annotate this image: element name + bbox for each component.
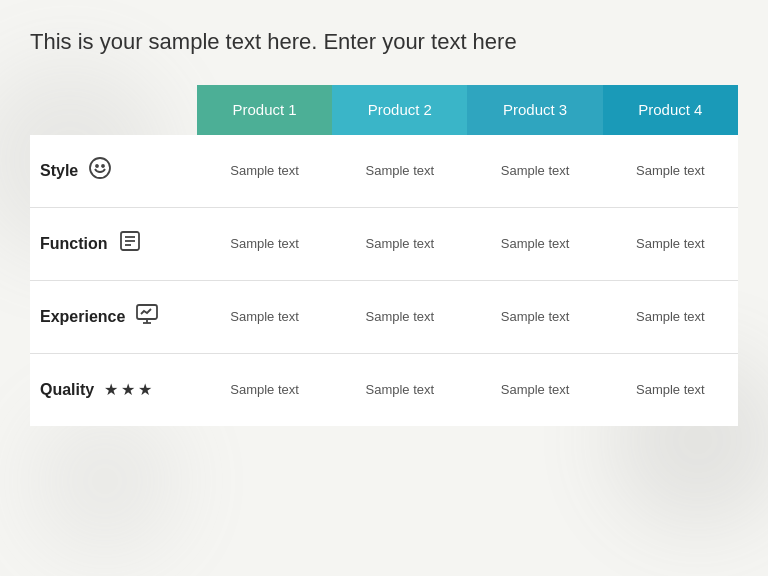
table-row-style: Style Sample text Sample text Sa [30,135,738,208]
header-product-4: Product 4 [603,85,738,135]
row-label-function: Function [30,207,197,280]
page-title: This is your sample text here. Enter you… [30,28,738,57]
table-row-function: Function Sample text Sample text [30,207,738,280]
cell-style-p4: Sample text [603,135,738,208]
header-product-2: Product 2 [332,85,467,135]
cell-function-p3: Sample text [467,207,602,280]
function-icon [118,229,142,258]
cell-style-p1: Sample text [197,135,332,208]
cell-quality-p2: Sample text [332,353,467,426]
svg-point-1 [102,165,104,167]
quality-icon: ★★★ [104,380,155,399]
table-header-row: Product 1 Product 2 Product 3 Product 4 [30,85,738,135]
row-label-quality: Quality ★★★ [30,353,197,426]
cell-experience-p3: Sample text [467,280,602,353]
experience-icon [135,302,159,331]
cell-function-p4: Sample text [603,207,738,280]
cell-quality-p1: Sample text [197,353,332,426]
svg-point-0 [96,165,98,167]
cell-experience-p2: Sample text [332,280,467,353]
table-row-quality: Quality ★★★ Sample text Sample text Samp… [30,353,738,426]
main-content: This is your sample text here. Enter you… [0,0,768,446]
cell-experience-p4: Sample text [603,280,738,353]
cell-style-p2: Sample text [332,135,467,208]
style-icon [88,156,112,185]
header-product-3: Product 3 [467,85,602,135]
cell-function-p2: Sample text [332,207,467,280]
table-row-experience: Experience Sample text Sample text [30,280,738,353]
comparison-table: Product 1 Product 2 Product 3 Product 4 … [30,85,738,426]
cell-function-p1: Sample text [197,207,332,280]
row-label-style: Style [30,135,197,208]
cell-experience-p1: Sample text [197,280,332,353]
row-label-experience: Experience [30,280,197,353]
header-label-col [30,85,197,135]
cell-quality-p4: Sample text [603,353,738,426]
cell-style-p3: Sample text [467,135,602,208]
cell-quality-p3: Sample text [467,353,602,426]
header-product-1: Product 1 [197,85,332,135]
